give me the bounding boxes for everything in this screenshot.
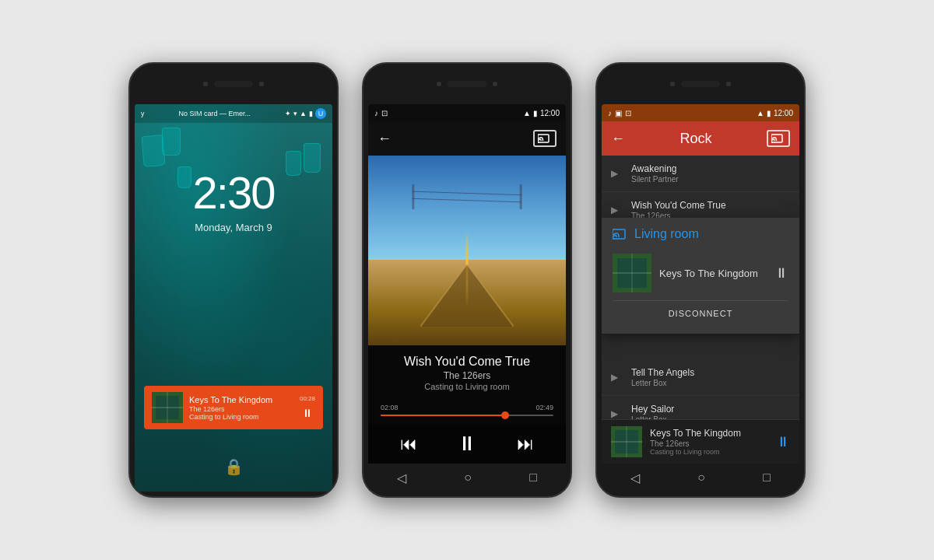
camera-dot [670,82,675,86]
track-info: Wish You'd Come True The 126ers Casting … [368,345,566,397]
notif-artist: The 126ers [189,405,293,413]
time-display: 12:00 [540,109,560,117]
phone-2: ♪ ⊡ ▲ ▮ 12:00 ← [362,62,572,498]
phone-1-screen: y No SIM card — Emer... ✦ ▾ ▲ ▮ U 2:30 M… [135,104,332,492]
bt-icon: ✦ [285,110,291,117]
song-info: Awakening Silent Partner [631,163,790,184]
time-current: 02:08 [381,404,399,411]
disconnect-button[interactable]: DISCONNECT [613,300,788,326]
status-icons: ✦ ▾ ▲ ▮ U [285,108,326,119]
back-nav-icon[interactable]: ◁ [397,471,406,485]
song-list: ▶ Awakening Silent Partner ▶ Wish You'd … [602,156,799,419]
sensor-dot [726,82,731,86]
play-icon: ▶ [611,372,623,383]
svg-line-8 [412,191,521,195]
list-item[interactable]: ▶ Hey Sailor Letter Box [602,396,799,419]
recent-nav-icon[interactable]: □ [529,471,537,485]
progress-thumb [501,411,509,419]
time-total: 02:49 [535,404,553,411]
svg-line-9 [412,198,521,202]
songs-below-popup: ▶ Tell The Angels Letter Box ▶ Hey Sailo… [602,359,799,419]
phone-2-screen: ♪ ⊡ ▲ ▮ 12:00 ← [368,104,566,492]
np-track-info: Keys To The Kingdom The 126ers Casting t… [650,428,768,456]
music-note-icon: ♪ [374,109,378,117]
track-casting: Casting to Living room [381,382,553,391]
back-nav-icon[interactable]: ◁ [630,471,640,485]
pause-button[interactable]: ⏸ [457,432,477,456]
status-bar: ♪ ▣ ⊡ ▲ ▮ 12:00 [602,104,799,121]
list-item[interactable]: ▶ Awakening Silent Partner [602,156,799,192]
song-artist: Silent Partner [631,175,790,184]
recent-nav-icon[interactable]: □ [763,471,771,485]
camera-dot [437,82,441,86]
toolbar: ← Rock [602,121,799,156]
popup-pause-button[interactable]: ⏸ [774,265,788,282]
back-button[interactable]: ← [611,131,625,147]
song-info: Hey Sailor Letter Box [631,404,790,419]
cast-status-icon: ⊡ [381,109,388,117]
popup-track: Keys To The Kingdom ⏸ [613,250,788,300]
image-icon: ▣ [615,109,622,117]
cast-button[interactable] [767,130,790,147]
notif-duration: 00:28 [300,395,315,402]
song-title: Wish You'd Come True [631,200,790,211]
clock-time: 2:30 [135,166,332,219]
progress-bar-container[interactable]: 02:08 02:49 [368,397,566,424]
back-button[interactable]: ← [377,131,392,147]
np-track-artist: The 126ers [650,439,768,448]
np-casting-info: Casting to Living room [650,448,768,456]
song-info: Tell The Angels Letter Box [631,367,790,387]
list-item[interactable]: ▶ Tell The Angels Letter Box [602,359,799,396]
skip-next-button[interactable]: ⏭ [517,434,534,454]
status-right-icons: ▲ ▮ 12:00 [523,109,560,117]
phone-1: y No SIM card — Emer... ✦ ▾ ▲ ▮ U 2:30 M… [128,62,339,498]
signal-icon: ▲ [300,110,307,117]
progress-track[interactable] [381,415,553,416]
clock-date: Monday, March 9 [135,222,332,233]
music-note-icon: ♪ [608,109,612,117]
song-title: Tell The Angels [631,367,790,378]
song-list-screen: ♪ ▣ ⊡ ▲ ▮ 12:00 ← Rock [602,104,799,492]
now-playing-bar[interactable]: Keys To The Kingdom The 126ers Casting t… [602,419,799,464]
home-nav-icon[interactable]: ○ [464,471,472,485]
time-display: 2:30 Monday, March 9 [135,166,332,233]
svg-rect-11 [520,184,522,209]
page-title: Rock [679,131,711,147]
signal-icon: ▲ [757,109,764,117]
status-left-icons: ♪ ▣ ⊡ [608,109,631,117]
speaker-grill [448,81,486,87]
camera-dot [203,82,208,86]
sensor-dot [493,82,497,86]
notification-actions: 00:28 ⏸ [300,395,315,421]
np-pause-button[interactable]: ⏸ [776,434,790,450]
notification-card[interactable]: Keys To The Kingdom The 126ers Casting t… [144,386,323,429]
song-artist: Letter Box [631,379,790,387]
popup-album-art [613,254,651,292]
play-icon: ▶ [611,205,623,215]
np-toolbar: ← [368,121,566,156]
track-title: Wish You'd Come True [381,355,553,369]
status-left: y [141,110,145,117]
phone-3: ♪ ▣ ⊡ ▲ ▮ 12:00 ← Rock [595,62,806,498]
now-playing-screen: ♪ ⊡ ▲ ▮ 12:00 ← [368,104,566,492]
playback-controls: ⏮ ⏸ ⏭ [368,424,566,464]
cast-device-popup: Living room [602,218,799,334]
pause-button[interactable]: ⏸ [300,405,315,421]
album-art-thumbnail [152,392,183,423]
song-title: Awakening [631,163,790,174]
lockscreen: y No SIM card — Emer... ✦ ▾ ▲ ▮ U 2:30 M… [135,104,332,492]
play-icon: ▶ [611,168,623,179]
notif-casting: Casting to Living room [189,413,293,421]
popup-track-title: Keys To The Kingdom [659,268,767,279]
battery-icon: ▮ [309,110,313,117]
skip-previous-button[interactable]: ⏮ [400,434,417,454]
user-icon: U [315,108,326,119]
status-bar: ♪ ⊡ ▲ ▮ 12:00 [368,104,566,121]
phone-3-screen: ♪ ▣ ⊡ ▲ ▮ 12:00 ← Rock [602,104,799,492]
battery-icon: ▮ [533,109,538,117]
battery-icon: ▮ [767,109,771,117]
home-nav-icon[interactable]: ○ [697,471,705,485]
cast-button[interactable] [533,130,557,147]
status-center: No SIM card — Emer... [179,110,251,117]
nav-bar: ◁ ○ □ [602,464,799,492]
